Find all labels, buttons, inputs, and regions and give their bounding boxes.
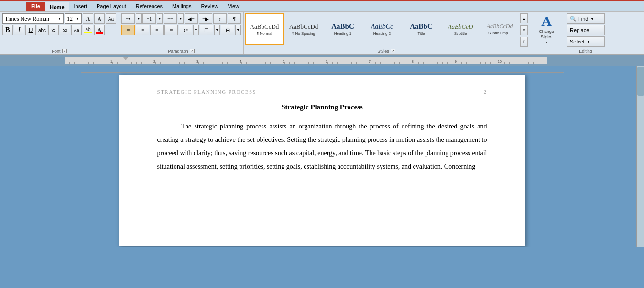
replace-button[interactable]: Replace [567, 25, 605, 35]
styles-scroll-down[interactable]: ▼ [520, 25, 528, 35]
highlight-color-button[interactable]: ab [83, 25, 93, 35]
multilevel-list-dropdown[interactable]: ▼ [178, 13, 184, 24]
ruler-mark-9: 9 [455, 60, 457, 63]
numbered-list-button[interactable]: ≡1 [142, 13, 156, 24]
shrink-font-button[interactable]: A [94, 13, 105, 24]
bullet-list-dropdown[interactable]: ▼ [136, 13, 142, 24]
shading-dropdown[interactable]: ▼ [214, 25, 220, 35]
style-heading2[interactable]: AaBbCc Heading 2 [362, 13, 402, 45]
tab-file[interactable]: File [26, 2, 45, 11]
line-spacing-dropdown[interactable]: ▼ [193, 25, 199, 35]
page-area: STRATEGIC PLANNING PROCESS 2 Strategic P… [0, 66, 644, 247]
doc-page: STRATEGIC PLANNING PROCESS 2 Strategic P… [119, 75, 525, 246]
align-right-button[interactable]: ≡ [150, 25, 164, 35]
style-subtle-emphasis-label: Subtle Emp... [488, 31, 511, 35]
find-icon: 🔍 [570, 16, 577, 22]
large-A-icon: A [541, 14, 552, 28]
ruler-mark-1: 1 [110, 60, 112, 63]
increase-indent-button[interactable]: ≡▶ [199, 13, 212, 24]
multilevel-list-button[interactable]: ≡≡ [164, 13, 177, 24]
change-styles-label: ChangeStyles [539, 29, 554, 40]
style-subtle-emphasis[interactable]: AaBbCcDd Subtle Emp... [480, 13, 519, 45]
style-title[interactable]: AaBbC Title [402, 13, 441, 45]
style-no-spacing[interactable]: AaBbCcDd ¶ No Spacing [284, 13, 323, 45]
scrollbar-thumb[interactable] [637, 67, 644, 96]
doc-title-text: Strategic Planning Process [281, 103, 363, 111]
para-expand-button[interactable]: ↗ [190, 49, 195, 53]
ruler-mark-2: 2 [153, 60, 155, 63]
style-heading1[interactable]: AaBbC Heading 1 [323, 13, 362, 45]
tab-review[interactable]: Review [196, 2, 223, 11]
styles-scroll-expand[interactable]: ⊞ [520, 37, 528, 47]
font-row1: Times New Roman ▼ 12 ▼ A A Aa [2, 13, 116, 24]
page-number: 2 [484, 89, 487, 95]
ruler: 1 2 3 4 5 6 7 8 9 10 [65, 57, 547, 64]
underline-button[interactable]: U [25, 25, 36, 35]
bold-button[interactable]: B [2, 25, 13, 35]
numbered-list-dropdown[interactable]: ▼ [157, 13, 163, 24]
style-heading1-label: Heading 1 [334, 32, 351, 36]
replace-label: Replace [570, 27, 589, 33]
border-button[interactable]: ⊟ [221, 25, 234, 35]
tab-references[interactable]: References [131, 2, 167, 11]
decrease-indent-button[interactable]: ◀≡ [185, 13, 198, 24]
select-button[interactable]: Select ▼ [567, 36, 605, 47]
shading-button[interactable]: ☐ [200, 25, 213, 35]
italic-button[interactable]: I [14, 25, 24, 35]
style-no-spacing-label: ¶ No Spacing [292, 32, 315, 36]
style-subtitle-label: Subtitle [454, 32, 467, 36]
font-color-bar [96, 32, 103, 34]
font-size-dropdown-icon: ▼ [76, 17, 79, 21]
superscript-button[interactable]: x2 [60, 25, 70, 35]
font-name-value: Times New Roman [5, 15, 49, 22]
doc-body[interactable]: The strategic planning process assists a… [157, 120, 487, 173]
doc-title: Strategic Planning Process [157, 103, 487, 111]
font-expand-button[interactable]: ↗ [62, 49, 67, 53]
grow-font-button[interactable]: A [83, 13, 93, 24]
bullet-list-button[interactable]: ≡• [121, 13, 135, 24]
sort-button[interactable]: ↕ [213, 13, 227, 24]
tab-insert[interactable]: Insert [69, 2, 92, 11]
align-left-button[interactable]: ≡ [121, 25, 135, 35]
subscript-button[interactable]: x2 [48, 25, 59, 35]
ruler-container: 1 2 3 4 5 6 7 8 9 10 [0, 55, 644, 66]
style-heading1-preview: AaBbC [331, 22, 354, 31]
find-button[interactable]: 🔍 Find ▼ [567, 13, 605, 24]
header-text: STRATEGIC PLANNING PROCESS [157, 89, 257, 95]
horiz-scroll-bar[interactable] [81, 72, 564, 73]
ruler-mark-3: 3 [196, 60, 198, 63]
clear-format-button[interactable]: Aa [106, 13, 116, 24]
select-label: Select [570, 39, 585, 44]
paragraph-group-label: Paragraph ↗ [119, 49, 243, 53]
border-dropdown[interactable]: ▼ [235, 25, 241, 35]
tab-mailings[interactable]: Mailings [167, 2, 196, 11]
tab-pagelayout[interactable]: Page Layout [92, 2, 131, 11]
change-case-button[interactable]: Aa [71, 25, 82, 35]
ribbon-tabs-row: File Home Insert Page Layout References … [0, 1, 644, 11]
change-styles-area: A ChangeStyles ▼ [529, 12, 564, 54]
line-spacing-button[interactable]: ↕≡ [179, 25, 192, 35]
style-normal[interactable]: AaBbCcDd ¶ Normal [245, 13, 284, 45]
editing-group: 🔍 Find ▼ Replace Select ▼ Editing [564, 12, 607, 54]
ruler-mark-5: 5 [283, 60, 284, 63]
change-styles-button[interactable]: A ChangeStyles ▼ [532, 14, 561, 44]
font-name-box[interactable]: Times New Roman ▼ [2, 13, 64, 24]
styles-expand-button[interactable]: ↗ [391, 49, 395, 53]
tab-view[interactable]: View [223, 2, 244, 11]
vertical-scrollbar[interactable] [636, 66, 644, 247]
styles-group-label: Styles ↗ [244, 49, 529, 53]
style-subtitle[interactable]: AaBbCcD Subtitle [441, 13, 480, 45]
font-size-box[interactable]: 12 ▼ [65, 13, 82, 24]
font-color-button[interactable]: A [94, 25, 105, 35]
styles-scroll-up[interactable]: ▲ [520, 13, 528, 23]
highlight-icon: ab [85, 27, 90, 32]
show-formatting-button[interactable]: ¶ [228, 13, 241, 24]
para-row2: ≡ ≡ ≡ ≡ ↕≡ ▼ ☐ ▼ ⊟ ▼ [121, 25, 241, 35]
justify-button[interactable]: ≡ [164, 25, 178, 35]
para-row1: ≡• ▼ ≡1 ▼ ≡≡ ▼ ◀≡ ≡▶ ↕ ¶ [121, 13, 241, 24]
align-center-button[interactable]: ≡ [136, 25, 149, 35]
tab-home[interactable]: Home [45, 2, 69, 11]
font-group-label: Font ↗ [0, 49, 119, 53]
strikethrough-button[interactable]: abc [37, 25, 47, 35]
styles-group: AaBbCcDd ¶ Normal AaBbCcDd ¶ No Spacing … [244, 12, 529, 54]
